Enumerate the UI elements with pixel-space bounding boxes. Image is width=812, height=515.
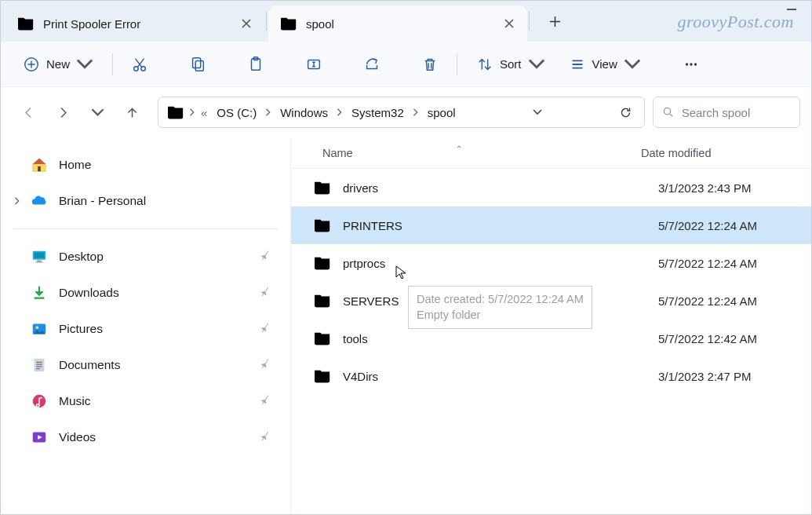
delete-button[interactable] [413,49,447,80]
chevron-right-icon[interactable] [412,108,420,116]
minimize-button[interactable] [786,2,797,19]
tab-label: spool [306,17,334,31]
downloads-icon [31,284,48,301]
copy-button[interactable] [180,49,215,80]
paste-button[interactable] [239,49,273,80]
file-row[interactable]: PRINTERS5/7/2022 12:24 AM [291,206,811,244]
refresh-button[interactable] [614,106,638,119]
file-explorer-window: Print Spooler Error spool groovyPost.com… [0,0,812,515]
svg-point-10 [694,63,697,65]
file-date: 5/7/2022 12:24 AM [650,294,811,308]
chevron-right-icon[interactable] [264,108,272,116]
svg-point-8 [686,63,688,65]
chevron-right-icon[interactable] [336,108,344,116]
rename-icon [305,56,322,73]
folder-icon [313,293,332,309]
navigation-pane: Home Brian - Personal Desktop Downloads … [1,137,291,514]
sort-indicator-icon: ⌃ [456,144,462,153]
column-header[interactable]: Name ⌃ Date modified [291,137,811,169]
folder-icon [313,368,332,384]
chevron-right-icon[interactable] [188,108,196,116]
svg-point-9 [690,63,692,65]
tab-active[interactable]: spool [268,5,527,42]
close-icon[interactable] [238,15,255,32]
pictures-icon [31,320,48,338]
chevron-down-icon [624,56,641,73]
svg-rect-15 [37,261,42,262]
sidebar-item-documents[interactable]: Documents [10,349,281,382]
search-box[interactable] [653,97,800,128]
sidebar-item-downloads[interactable]: Downloads [10,276,281,309]
new-button[interactable]: New [13,49,103,80]
tab-label: Print Spooler Error [43,17,140,31]
svg-point-19 [35,326,38,329]
music-icon [31,393,48,410]
breadcrumb[interactable]: « OS (C:) Windows System32 spool [158,97,645,128]
sidebar-item-desktop[interactable]: Desktop [10,240,281,273]
pin-icon [260,358,271,373]
back-button[interactable] [15,99,42,126]
breadcrumb-segment[interactable]: System32 [347,103,409,122]
sidebar-item-videos[interactable]: Videos [10,421,281,454]
up-button[interactable] [118,99,145,126]
copy-icon [189,56,206,73]
rename-button[interactable] [297,49,331,80]
new-tab-button[interactable] [537,7,572,35]
documents-icon [31,356,48,374]
breadcrumb-dropdown[interactable] [526,108,549,117]
breadcrumb-segment[interactable]: OS (C:) [212,103,261,122]
sidebar-item-label: Videos [59,430,96,444]
share-icon [363,56,381,73]
forward-button[interactable] [49,99,76,126]
tab-separator [529,12,530,31]
tooltip: Date created: 5/7/2022 12:24 AM Empty fo… [408,286,592,329]
chevron-down-icon [76,56,93,73]
chevron-right-icon[interactable] [13,194,21,208]
file-date: 5/7/2022 12:24 AM [650,219,811,232]
close-icon[interactable] [501,15,518,32]
home-icon [31,156,48,173]
tab-separator [266,12,267,31]
sidebar-item-label: Music [59,394,90,408]
sidebar-item-home[interactable]: Home [10,148,281,181]
breadcrumb-segment[interactable]: spool [423,103,461,122]
tab-inactive[interactable]: Print Spooler Error [5,5,264,42]
folder-icon [313,180,332,195]
view-button[interactable]: View [559,49,650,80]
file-date: 3/1/2023 2:47 PM [650,370,811,383]
svg-rect-20 [35,359,45,372]
column-date-modified[interactable]: Date modified [633,147,811,159]
sidebar-item-pictures[interactable]: Pictures [10,312,281,345]
cut-button[interactable] [122,49,157,80]
file-name: PRINTERS [343,219,402,232]
sidebar-item-onedrive[interactable]: Brian - Personal [10,184,281,217]
breadcrumb-ellipsis[interactable]: « [199,106,209,119]
share-button[interactable] [355,49,389,80]
recent-button[interactable] [84,99,111,126]
file-date: 3/1/2023 2:43 PM [650,181,811,195]
file-row[interactable]: V4Dirs3/1/2023 2:47 PM [291,357,811,395]
svg-rect-16 [35,261,42,262]
folder-icon [313,217,332,233]
file-date: 5/7/2022 12:24 AM [650,257,811,270]
sidebar-item-label: Desktop [59,250,104,264]
file-row[interactable]: prtprocs5/7/2022 12:24 AM [291,244,811,282]
svg-rect-14 [35,253,45,258]
file-row[interactable]: drivers3/1/2023 2:43 PM [291,169,811,206]
column-name[interactable]: Name ⌃ [291,147,633,159]
pin-icon [260,322,271,337]
more-button[interactable] [674,49,708,80]
folder-icon [313,255,332,271]
sidebar-item-music[interactable]: Music [10,385,281,418]
svg-rect-3 [193,57,201,68]
pin-icon [260,286,271,301]
breadcrumb-segment[interactable]: Windows [275,103,333,122]
folder-icon [313,331,332,346]
file-name: tools [343,332,368,345]
file-rows: drivers3/1/2023 2:43 PMPRINTERS5/7/2022 … [291,169,811,514]
titlebar: Print Spooler Error spool groovyPost.com [1,1,811,42]
search-input[interactable] [682,106,790,119]
onedrive-icon [31,192,48,210]
sort-button[interactable]: Sort [467,49,555,80]
plus-circle-icon [23,56,40,73]
